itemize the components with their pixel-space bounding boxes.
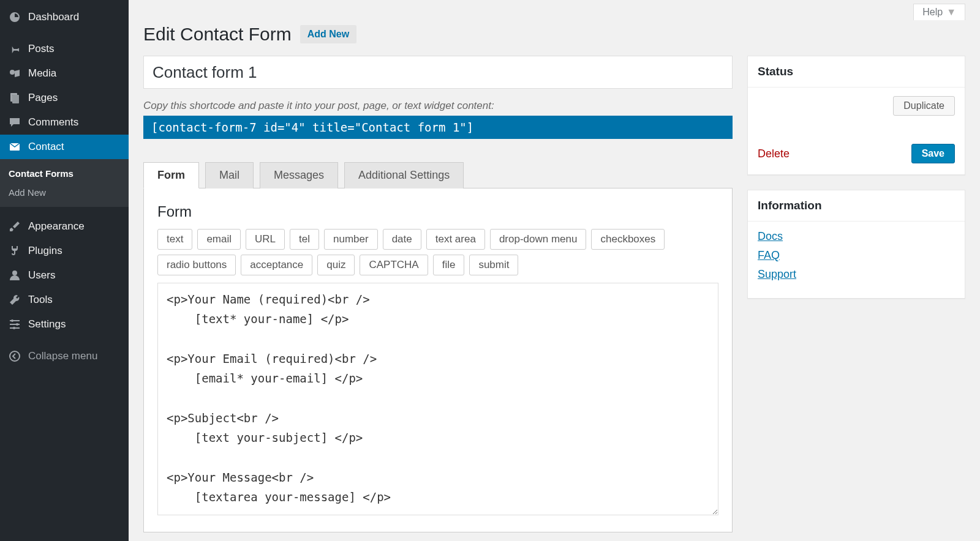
sidebar-item-label: Appearance <box>28 220 85 233</box>
sidebar-item-label: Pages <box>28 92 58 104</box>
sidebar-item-label: Plugins <box>28 245 62 257</box>
submenu-item-add-new[interactable]: Add New <box>0 183 129 202</box>
tag-btn-tel[interactable]: tel <box>290 229 319 250</box>
info-link-faq[interactable]: FAQ <box>758 249 955 262</box>
form-title-input[interactable] <box>143 56 733 89</box>
chevron-down-icon: ▼ <box>946 7 956 18</box>
tag-btn-number[interactable]: number <box>324 229 378 250</box>
tag-btn-textarea[interactable]: text area <box>426 229 485 250</box>
user-icon <box>7 269 22 282</box>
panel-title: Form <box>157 203 718 220</box>
collapse-icon <box>7 350 22 362</box>
media-icon <box>7 67 22 80</box>
sidebar-item-users[interactable]: Users <box>0 263 129 288</box>
submenu-item-contact-forms[interactable]: Contact Forms <box>0 164 129 183</box>
sidebar-item-posts[interactable]: Posts <box>0 37 129 61</box>
status-box-title: Status <box>748 56 965 88</box>
tag-btn-quiz[interactable]: quiz <box>317 255 355 275</box>
sidebar-item-contact[interactable]: Contact <box>0 135 129 159</box>
sidebar-item-settings[interactable]: Settings <box>0 312 129 337</box>
help-tab[interactable]: Help ▼ <box>913 4 965 20</box>
status-box: Status Duplicate Delete Save <box>747 56 965 175</box>
sidebar-item-label: Comments <box>28 116 78 129</box>
svg-point-12 <box>10 351 20 361</box>
information-box: Information Docs FAQ Support <box>747 190 965 299</box>
sidebar-item-label: Contact <box>28 141 64 153</box>
svg-point-11 <box>13 327 15 329</box>
dashboard-icon <box>7 11 22 23</box>
svg-point-5 <box>12 270 17 275</box>
sidebar-item-dashboard[interactable]: Dashboard <box>0 5 129 29</box>
sidebar-item-label: Tools <box>28 294 53 306</box>
save-button[interactable]: Save <box>911 144 955 163</box>
sidebar-item-label: Media <box>28 67 56 80</box>
tag-btn-url[interactable]: URL <box>246 229 285 250</box>
add-new-button[interactable]: Add New <box>300 25 356 43</box>
tag-generator-buttons: text email URL tel number date text area… <box>157 229 718 275</box>
svg-point-10 <box>16 323 18 326</box>
tab-additional-settings[interactable]: Additional Settings <box>344 162 464 188</box>
sidebar-item-label: Dashboard <box>28 11 79 23</box>
tab-mail[interactable]: Mail <box>205 162 254 188</box>
form-content-textarea[interactable] <box>157 283 718 515</box>
tag-btn-captcha[interactable]: CAPTCHA <box>360 255 428 275</box>
tag-btn-text[interactable]: text <box>157 229 192 250</box>
page-title: Edit Contact Form <box>143 24 292 45</box>
sidebar-item-media[interactable]: Media <box>0 61 129 86</box>
shortcode-field[interactable]: [contact-form-7 id="4" title="Contact fo… <box>143 116 733 139</box>
tag-btn-submit[interactable]: submit <box>469 255 518 275</box>
tab-messages[interactable]: Messages <box>260 162 338 188</box>
comment-icon <box>7 116 22 129</box>
help-label: Help <box>922 7 943 18</box>
pin-icon <box>7 43 22 55</box>
sidebar-item-label: Settings <box>28 318 66 330</box>
tag-btn-email[interactable]: email <box>197 229 241 250</box>
tabs-nav: Form Mail Messages Additional Settings <box>143 162 733 188</box>
admin-sidebar: Dashboard Posts Media Pages Comments Con… <box>0 0 129 541</box>
tag-btn-dropdown[interactable]: drop-down menu <box>490 229 587 250</box>
sidebar-submenu: Contact Forms Add New <box>0 159 129 207</box>
wrench-icon <box>7 294 22 306</box>
sidebar-item-appearance[interactable]: Appearance <box>0 214 129 239</box>
collapse-menu-button[interactable]: Collapse menu <box>0 344 129 368</box>
info-link-docs[interactable]: Docs <box>758 230 955 243</box>
info-link-support[interactable]: Support <box>758 268 955 281</box>
sidebar-item-comments[interactable]: Comments <box>0 110 129 135</box>
sidebar-item-label: Posts <box>28 43 55 55</box>
tag-btn-date[interactable]: date <box>383 229 421 250</box>
mail-icon <box>7 141 22 153</box>
sidebar-item-plugins[interactable]: Plugins <box>0 239 129 263</box>
pages-icon <box>7 92 22 104</box>
tag-btn-radio[interactable]: radio buttons <box>157 255 236 275</box>
shortcode-hint: Copy this shortcode and paste it into yo… <box>143 100 733 112</box>
brush-icon <box>7 220 22 233</box>
svg-point-0 <box>10 70 15 75</box>
collapse-menu-label: Collapse menu <box>28 350 97 362</box>
tag-btn-acceptance[interactable]: acceptance <box>241 255 312 275</box>
sidebar-item-label: Users <box>28 269 55 282</box>
plug-icon <box>7 245 22 257</box>
tag-btn-file[interactable]: file <box>433 255 465 275</box>
sidebar-item-tools[interactable]: Tools <box>0 288 129 312</box>
svg-point-9 <box>11 319 13 322</box>
svg-rect-3 <box>12 95 19 103</box>
duplicate-button[interactable]: Duplicate <box>893 96 955 116</box>
sliders-icon <box>7 318 22 330</box>
tab-panel-form: Form text email URL tel number date text… <box>143 188 733 532</box>
tag-btn-checkboxes[interactable]: checkboxes <box>591 229 665 250</box>
tab-form[interactable]: Form <box>143 162 199 188</box>
content-area: Help ▼ Edit Contact Form Add New Copy th… <box>129 0 980 541</box>
delete-link[interactable]: Delete <box>758 147 790 160</box>
sidebar-item-pages[interactable]: Pages <box>0 86 129 110</box>
information-box-title: Information <box>748 190 965 222</box>
